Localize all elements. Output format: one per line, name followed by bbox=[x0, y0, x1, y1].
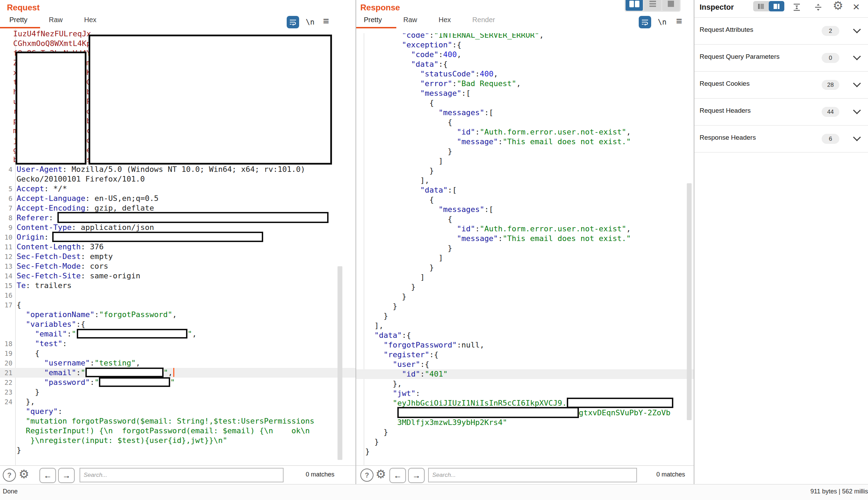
response-tabs: PrettyRawHexRender bbox=[356, 16, 495, 24]
code-line: ] bbox=[356, 156, 694, 166]
line-number: 15 bbox=[0, 281, 12, 290]
request-panel-title: Request bbox=[7, 3, 40, 12]
code-line-highlighted: "id":"401" bbox=[356, 369, 694, 379]
inspector-split-view-button[interactable] bbox=[769, 1, 784, 11]
code-line: 14Sec-Fetch-Site: same-origin bbox=[0, 271, 355, 281]
response-viewer[interactable]: "code":"INTERNAL_SERVER_ERROR", "excepti… bbox=[356, 33, 694, 465]
hamburger-menu-icon[interactable]: ≡ bbox=[676, 15, 682, 27]
code-line: ], bbox=[356, 321, 694, 331]
response-search-bar: ? ⚙ ← → 0 matches bbox=[356, 465, 694, 484]
chevron-down-icon[interactable] bbox=[853, 133, 861, 141]
next-match-button[interactable]: → bbox=[408, 468, 425, 483]
newline-toggle-icon[interactable]: \n bbox=[658, 18, 666, 26]
chevron-down-icon[interactable] bbox=[853, 53, 861, 61]
code-line: }\nregister(input: $test){user{id},jwt}}… bbox=[0, 436, 355, 445]
request-search-bar: ? ⚙ ← → 0 matches bbox=[0, 465, 355, 484]
line-number: 19 bbox=[0, 349, 12, 358]
inspector-sections: Request Attributes2Request Query Paramet… bbox=[694, 17, 868, 152]
help-icon[interactable]: ? bbox=[3, 469, 16, 482]
expand-all-icon[interactable] bbox=[814, 3, 823, 13]
code-line: "data":{ bbox=[356, 331, 694, 340]
code-line: 12Sec-Fetch-Dest: empty bbox=[0, 252, 355, 261]
code-line: } bbox=[356, 311, 694, 321]
inspector-section-request-attributes[interactable]: Request Attributes2 bbox=[694, 18, 868, 45]
layout-single-button[interactable] bbox=[662, 0, 680, 11]
inspector-section-response-headers[interactable]: Response Headers6 bbox=[694, 126, 868, 152]
request-tabs: PrettyRawHex bbox=[0, 16, 96, 24]
hamburger-menu-icon[interactable]: ≡ bbox=[323, 15, 329, 27]
next-match-button[interactable]: → bbox=[58, 468, 75, 483]
code-line: 11Content-Length: 376 bbox=[0, 242, 355, 252]
code-line: 3MDlfjx3mzwL39ybHp2Krs4" bbox=[356, 418, 694, 427]
code-line: 17{ bbox=[0, 300, 355, 310]
code-line: } bbox=[356, 243, 694, 253]
code-line: "data":{ bbox=[356, 59, 694, 69]
line-number: 22 bbox=[0, 378, 12, 387]
code-line: "user":{ bbox=[356, 360, 694, 369]
code-line: 4User-Agent: Mozilla/5.0 (Windows NT 10.… bbox=[0, 165, 355, 174]
response-vertical-scrollbar[interactable] bbox=[687, 183, 692, 420]
search-settings-gear-icon[interactable]: ⚙ bbox=[19, 467, 29, 481]
inspector-sidebar-view-button[interactable] bbox=[753, 1, 769, 11]
redaction-box bbox=[77, 329, 187, 339]
request-editor[interactable]: IuzU4fNezFULreqJxCGhxmOoQ8WXmtL4KpfQp8Gx… bbox=[0, 29, 355, 465]
code-line: "data":[ bbox=[356, 185, 694, 195]
line-number: 23 bbox=[0, 387, 12, 397]
code-line: } bbox=[356, 263, 694, 272]
tab-raw[interactable]: Raw bbox=[49, 16, 63, 24]
tab-raw[interactable]: Raw bbox=[403, 16, 417, 24]
collapse-all-icon[interactable] bbox=[792, 3, 801, 13]
code-line: "message":"This email does not exist." bbox=[356, 234, 694, 243]
tab-pretty[interactable]: Pretty bbox=[364, 16, 382, 24]
code-line: 24 }, bbox=[0, 397, 355, 407]
code-line: } bbox=[356, 282, 694, 292]
code-line: "messages":[ bbox=[356, 205, 694, 214]
line-number: 21 bbox=[0, 368, 12, 378]
help-icon[interactable]: ? bbox=[360, 469, 373, 482]
search-settings-gear-icon[interactable]: ⚙ bbox=[376, 467, 386, 481]
code-line: 20 "username":"testing", bbox=[0, 358, 355, 368]
close-icon[interactable]: × bbox=[853, 2, 860, 11]
redaction-box bbox=[16, 52, 86, 165]
word-wrap-icon[interactable] bbox=[287, 16, 299, 28]
chevron-down-icon[interactable] bbox=[853, 80, 861, 87]
code-line: ] bbox=[356, 272, 694, 282]
tab-pretty[interactable]: Pretty bbox=[9, 16, 27, 24]
inspector-section-request-query-parameters[interactable]: Request Query Parameters0 bbox=[694, 45, 868, 72]
tab-hex[interactable]: Hex bbox=[84, 16, 96, 24]
code-line: "forgotPassword":null, bbox=[356, 340, 694, 350]
code-line: 19 { bbox=[0, 349, 355, 358]
line-number: 16 bbox=[0, 290, 12, 300]
code-line: } bbox=[356, 447, 694, 456]
previous-match-button[interactable]: ← bbox=[39, 468, 56, 483]
tab-hex[interactable]: Hex bbox=[438, 16, 451, 24]
code-line: "messages":[ bbox=[356, 108, 694, 118]
code-line: 9Content-Type: application/json bbox=[0, 223, 355, 232]
inspector-settings-gear-icon[interactable]: ⚙ bbox=[833, 0, 843, 12]
chevron-down-icon[interactable] bbox=[853, 26, 861, 34]
inspector-section-request-cookies[interactable]: Request Cookies28 bbox=[694, 72, 868, 99]
layout-columns-button[interactable] bbox=[626, 0, 643, 11]
inspector-panel: Inspector ⚙ × Request Attributes2Request… bbox=[694, 0, 868, 500]
request-vertical-scrollbar[interactable] bbox=[338, 266, 342, 460]
previous-match-button[interactable]: ← bbox=[389, 468, 406, 483]
response-search-input[interactable] bbox=[428, 468, 637, 482]
chevron-down-icon[interactable] bbox=[853, 107, 861, 114]
redaction-box bbox=[57, 212, 329, 223]
section-label: Request Attributes bbox=[700, 26, 753, 34]
code-line: "code":400, bbox=[356, 50, 694, 59]
code-line: } bbox=[356, 427, 694, 437]
line-number: 11 bbox=[0, 242, 12, 252]
word-wrap-icon[interactable] bbox=[639, 16, 651, 28]
response-panel-title: Response bbox=[360, 3, 400, 12]
code-line: gtxvDEqnSVuPbY-2ZoVb bbox=[356, 408, 694, 418]
code-line: "id":"Auth.form.error.user.not-exist", bbox=[356, 224, 694, 234]
layout-rows-button[interactable] bbox=[644, 0, 661, 11]
newline-toggle-icon[interactable]: \n bbox=[306, 18, 314, 26]
code-line-highlighted: 21 "email":"", bbox=[0, 368, 355, 378]
code-line: "exception":{ bbox=[356, 40, 694, 50]
editor-layout-toggle-group bbox=[625, 0, 681, 12]
inspector-section-request-headers[interactable]: Request Headers44 bbox=[694, 99, 868, 126]
tab-render[interactable]: Render bbox=[472, 16, 495, 24]
request-search-input[interactable] bbox=[80, 468, 284, 482]
